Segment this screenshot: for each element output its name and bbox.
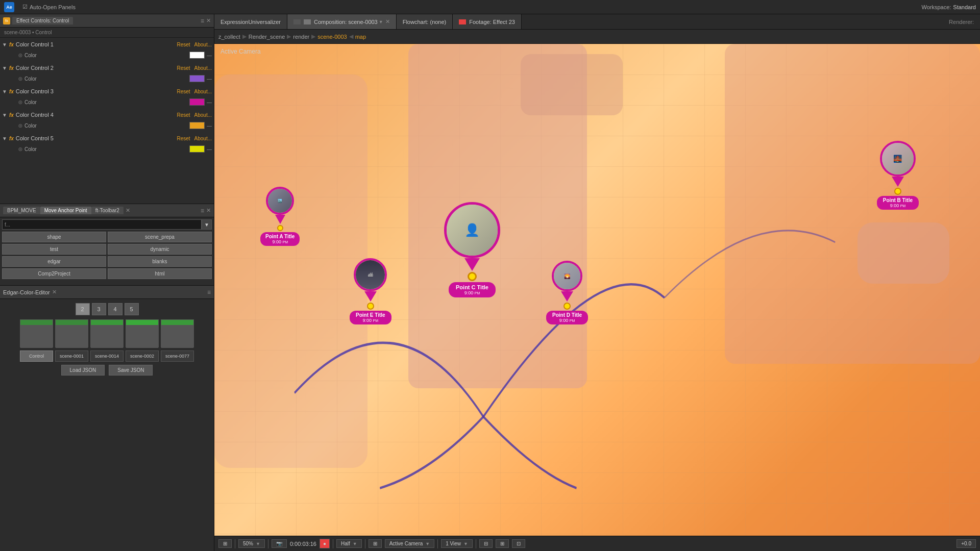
comp-label-scene-0002[interactable]: scene-0002: [126, 350, 159, 362]
color-editor-close-tab[interactable]: ✕: [52, 289, 57, 295]
color-swatch-5[interactable]: [189, 145, 205, 153]
panel-menu-icon[interactable]: ≡: [201, 17, 204, 24]
ce-swatch-5[interactable]: [161, 319, 194, 347]
bpm-move-tab[interactable]: BPM_MOVE: [3, 207, 40, 214]
ce-tab-2[interactable]: 2: [76, 303, 90, 315]
color-swatch-1[interactable]: [189, 52, 205, 59]
color-editor-title: Edgar-Color-Editor: [3, 289, 50, 295]
color-control-arrow-3[interactable]: ▼: [2, 89, 7, 94]
color-control-reset-1[interactable]: Reset: [177, 42, 190, 47]
record-btn[interactable]: ●: [320, 539, 330, 548]
color-sub-row-1: ◎ Color —: [2, 50, 212, 60]
color-dash-1: —: [207, 53, 212, 58]
color-control-4: ▼ fx Color Control 4 Reset About... ◎ Co…: [0, 108, 214, 132]
color-control-about-1[interactable]: About...: [194, 42, 212, 47]
ce-swatch-3[interactable]: [90, 319, 124, 347]
view-layout-btn1[interactable]: ⊟: [479, 539, 493, 548]
color-control-header-3: ▼ fx Color Control 3 Reset About...: [2, 86, 212, 97]
color-control-arrow-5[interactable]: ▼: [2, 136, 7, 141]
color-control-about-4[interactable]: About...: [194, 112, 212, 118]
footage-tab[interactable]: Footage: Effect 23: [453, 14, 522, 29]
color-swatch-2[interactable]: [189, 75, 205, 82]
comp-icon: [293, 19, 301, 24]
camera-icon-btn[interactable]: 📷: [272, 539, 287, 548]
color-swatch-4[interactable]: [189, 122, 205, 129]
view-layout-btn2[interactable]: ⊞: [496, 539, 509, 548]
color-control-about-3[interactable]: About...: [194, 89, 212, 94]
comp-label-Control[interactable]: Control: [20, 350, 53, 362]
expression-universalizer-tab[interactable]: ExpressionUniversalizer: [214, 14, 287, 29]
ce-tab-5[interactable]: 5: [125, 303, 139, 315]
toolbar-panel-close[interactable]: ✕: [206, 207, 211, 214]
save-json-button[interactable]: Save JSON: [109, 365, 153, 375]
color-control-reset-5[interactable]: Reset: [177, 136, 190, 141]
color-swatch-3[interactable]: [189, 98, 205, 106]
toolbar-menu-icon[interactable]: ≡: [201, 207, 204, 214]
time-display: 0:00:03:16: [290, 541, 316, 547]
fps-display[interactable]: +0.0: [957, 539, 976, 548]
color-swatches-row: [4, 319, 210, 347]
color-control-about-5[interactable]: About...: [194, 136, 212, 141]
toolbar-search-input[interactable]: [2, 219, 202, 230]
app-logo: Ae: [4, 2, 14, 12]
view-btn[interactable]: 1 View ▼: [441, 539, 473, 548]
bread-map[interactable]: map: [355, 34, 366, 40]
toolbar-btn-blanks[interactable]: blanks: [108, 256, 212, 267]
toolbar-btn-Comp2Project[interactable]: Comp2Project: [2, 268, 106, 279]
comp-dropdown[interactable]: ▼: [379, 19, 383, 24]
comp-label-scene-0077[interactable]: scene-0077: [161, 350, 194, 362]
ce-swatch-1[interactable]: [20, 319, 53, 347]
toolbar-btn-dynamic[interactable]: dynamic: [108, 244, 212, 255]
composition-tab-close[interactable]: ✕: [385, 18, 390, 25]
expand-btn[interactable]: ⊞: [218, 539, 232, 548]
toolbar-close-tab[interactable]: ✕: [126, 207, 130, 214]
ce-tab-4[interactable]: 4: [108, 303, 122, 315]
ce-tab-3[interactable]: 3: [92, 303, 106, 315]
comp-labels-row: Controlscene-0001scene-0014scene-0002sce…: [4, 350, 210, 362]
quality-btn[interactable]: Half ▼: [336, 539, 362, 548]
bread-render[interactable]: render: [293, 34, 309, 40]
load-json-button[interactable]: Load JSON: [61, 365, 105, 375]
effect-controls-close[interactable]: ✕: [206, 17, 211, 24]
zoom-value: 50%: [243, 541, 253, 546]
move-anchor-tab[interactable]: Move Anchor Point: [40, 207, 91, 214]
bread-render-scene[interactable]: Render_scene: [249, 34, 285, 40]
toolbar-btn-test[interactable]: test: [2, 244, 106, 255]
effect-controls-tab[interactable]: Effect Controls: Control: [12, 17, 73, 24]
color-control-reset-2[interactable]: Reset: [177, 65, 190, 71]
color-editor-menu-icon[interactable]: ≡: [207, 289, 211, 296]
color-control-reset-3[interactable]: Reset: [177, 89, 190, 94]
bread-z-collect[interactable]: z_collect: [218, 34, 240, 40]
effect-controls-panel: scene-0003 • Control ▼ fx Color Control …: [0, 28, 214, 204]
color-control-arrow-1[interactable]: ▼: [2, 42, 7, 47]
ce-swatch-2[interactable]: [55, 319, 88, 347]
ce-swatch-4[interactable]: [126, 319, 159, 347]
color-control-about-2[interactable]: About...: [194, 65, 212, 71]
color-sub-row-4: ◎ Color —: [2, 120, 212, 131]
toolbar-content: ▼ shapescene_prepatestdynamicedgarblanks…: [0, 217, 214, 285]
bread-scene-0003[interactable]: scene-0003: [317, 34, 347, 40]
comp-label-scene-0001[interactable]: scene-0001: [55, 350, 88, 362]
composition-tab[interactable]: Composition: scene-0003 ▼ ✕: [287, 14, 397, 29]
color-label-5: Color: [24, 146, 189, 152]
comp-label-scene-0014[interactable]: scene-0014: [90, 350, 124, 362]
toolbar-search-row: ▼: [2, 219, 212, 230]
color-control-reset-4[interactable]: Reset: [177, 112, 190, 118]
ft-toolbar2-tab[interactable]: ft-Toolbar2: [91, 207, 124, 214]
color-control-arrow-4[interactable]: ▼: [2, 112, 7, 118]
toolbar-search-arrow[interactable]: ▼: [202, 219, 212, 230]
toolbar-btn-edgar[interactable]: edgar: [2, 256, 106, 267]
grid-btn[interactable]: ⊞: [369, 539, 382, 548]
view-layout-btn3[interactable]: ⊡: [512, 539, 525, 548]
flowchart-tab[interactable]: Flowchart: (none): [397, 14, 453, 29]
camera-select-btn[interactable]: Active Camera ▼: [385, 539, 435, 548]
toolbar-btn-html[interactable]: html: [108, 268, 212, 279]
zoom-btn[interactable]: 50% ▼: [238, 539, 265, 548]
fx-icon-4: fx: [9, 112, 14, 118]
toolbar-btn-shape[interactable]: shape: [2, 232, 106, 242]
color-control-2: ▼ fx Color Control 2 Reset About... ◎ Co…: [0, 61, 214, 85]
point-a-time: 9:00 PM: [265, 239, 295, 244]
fx-icon-1: fx: [9, 42, 14, 47]
color-control-arrow-2[interactable]: ▼: [2, 65, 7, 71]
toolbar-btn-scene_prepa[interactable]: scene_prepa: [108, 232, 212, 242]
